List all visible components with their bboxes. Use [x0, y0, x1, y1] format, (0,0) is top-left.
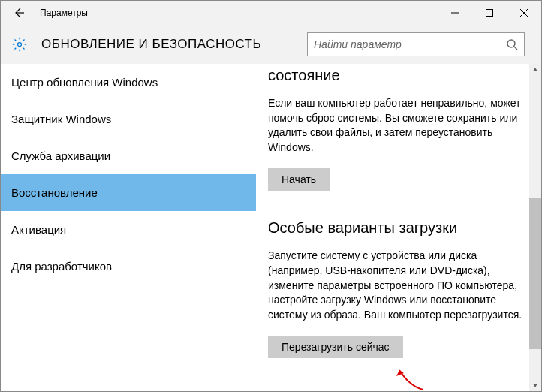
search-input[interactable]	[314, 38, 506, 50]
sidebar-item-windows-defender[interactable]: Защитник Windows	[1, 101, 256, 137]
sidebar: Центр обновления Windows Защитник Window…	[1, 64, 256, 391]
scroll-up-arrow[interactable]	[529, 64, 541, 76]
body-area: Центр обновления Windows Защитник Window…	[1, 64, 541, 391]
section-desc-advanced-startup: Запустите систему с устройства или диска…	[268, 249, 523, 322]
scroll-thumb[interactable]	[529, 198, 541, 349]
window-controls	[438, 1, 541, 25]
search-icon	[506, 38, 518, 50]
svg-marker-8	[533, 384, 537, 387]
scrollbar[interactable]	[529, 64, 541, 391]
scroll-down-arrow[interactable]	[529, 379, 541, 391]
close-button[interactable]	[507, 1, 541, 25]
sidebar-item-for-developers[interactable]: Для разработчиков	[1, 248, 256, 285]
gear-icon	[11, 36, 28, 53]
maximize-button[interactable]	[472, 1, 507, 25]
sidebar-item-windows-update[interactable]: Центр обновления Windows	[1, 64, 256, 101]
window-title: Параметры	[40, 8, 88, 18]
section-desc-reset: Если ваш компьютер работает неправильно,…	[268, 96, 523, 155]
sidebar-item-recovery[interactable]: Восстановление	[1, 174, 256, 211]
section-title-advanced-startup: Особые варианты загрузки	[268, 219, 523, 237]
content: состояние Если ваш компьютер работает не…	[256, 64, 541, 391]
section-title-reset: состояние	[268, 67, 523, 84]
page-title: ОБНОВЛЕНИЕ И БЕЗОПАСНОСТЬ	[41, 37, 307, 52]
search-box[interactable]	[307, 32, 525, 56]
start-button[interactable]: Начать	[268, 168, 330, 191]
titlebar: Параметры	[1, 1, 541, 25]
svg-line-6	[514, 47, 517, 50]
sidebar-item-backup[interactable]: Служба архивации	[1, 137, 256, 174]
restart-now-button[interactable]: Перезагрузить сейчас	[268, 336, 403, 358]
back-button[interactable]	[1, 1, 37, 25]
scroll-track[interactable]	[529, 76, 541, 379]
svg-point-5	[507, 40, 515, 47]
svg-marker-7	[533, 68, 537, 71]
svg-rect-1	[486, 10, 493, 17]
sidebar-item-activation[interactable]: Активация	[1, 211, 256, 248]
svg-point-4	[18, 43, 22, 47]
header: ОБНОВЛЕНИЕ И БЕЗОПАСНОСТЬ	[1, 25, 541, 64]
minimize-button[interactable]	[438, 1, 472, 25]
